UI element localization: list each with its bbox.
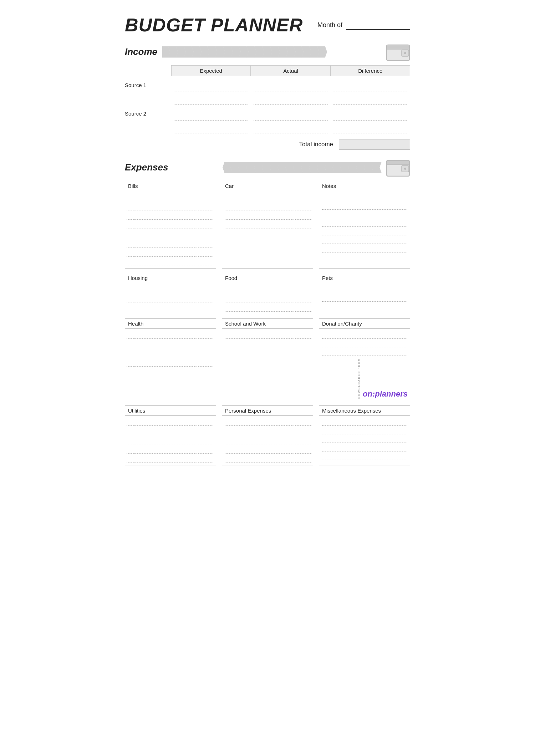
personal-expenses-title: Personal Expenses: [222, 406, 313, 416]
table-row: [322, 228, 407, 235]
table-row: [322, 348, 407, 356]
car-body: [222, 191, 313, 240]
utilities-card: Utilities: [125, 405, 216, 465]
table-row: [222, 454, 313, 464]
bills-title: Bills: [125, 181, 216, 191]
food-title: Food: [222, 273, 313, 283]
personal-expenses-body: [222, 416, 313, 465]
notes-body: [319, 191, 410, 263]
downloaded-from-text: Downloaded from: [357, 358, 361, 399]
svg-rect-5: [387, 160, 409, 165]
header: BUDGET PLANNER Month of: [125, 14, 410, 36]
table-row: [222, 202, 313, 211]
table-row: [125, 339, 216, 349]
table-row: [125, 220, 216, 230]
expenses-section-header: Expenses: [125, 158, 410, 177]
table-row: [222, 220, 313, 230]
personal-expenses-card: Personal Expenses: [222, 405, 313, 465]
donation-card: Donation/Charity Downloaded from on:plan…: [319, 318, 410, 401]
empty-header: [125, 65, 171, 76]
school-work-card: School and Work: [222, 318, 313, 401]
pets-title: Pets: [319, 273, 410, 283]
source1-expected-line2: [174, 95, 248, 105]
table-row: [222, 417, 313, 426]
table-row: [222, 294, 313, 303]
misc-expenses-body: [319, 416, 410, 462]
table-row: [322, 285, 407, 293]
car-card: Car: [222, 181, 313, 269]
source1-diff-line2: [333, 95, 407, 105]
table-row: [222, 426, 313, 436]
source1-group: Source 1: [125, 79, 410, 105]
source2-diff-line2: [333, 123, 407, 133]
month-of-section: Month of: [317, 20, 410, 30]
misc-expenses-title: Miscellaneous Expenses: [319, 406, 410, 416]
difference-header: Difference: [331, 65, 410, 76]
expected-header: Expected: [171, 65, 251, 76]
total-income-label: Total income: [299, 141, 333, 148]
table-row: [322, 245, 407, 252]
table-row: [125, 211, 216, 220]
table-row: [322, 435, 407, 443]
car-title: Car: [222, 181, 313, 191]
source2-row: Source 2: [125, 108, 410, 121]
total-income-box: [339, 139, 410, 150]
watermark-container: Downloaded from on:planners: [319, 357, 410, 399]
expenses-grid: Bills Car Notes: [125, 181, 410, 465]
month-input[interactable]: [346, 20, 410, 30]
source2-expected-line: [174, 111, 248, 121]
table-row: [222, 230, 313, 239]
table-row: [125, 202, 216, 211]
income-section-header: Income: [125, 42, 410, 62]
table-row: [125, 358, 216, 367]
table-row: [125, 417, 216, 426]
table-row: [222, 285, 313, 294]
table-row: [222, 193, 313, 202]
table-row: [322, 444, 407, 451]
source2-row2: [125, 121, 410, 133]
source1-diff-line: [333, 82, 407, 92]
onplanners-brand: on:planners: [363, 389, 408, 399]
month-of-label: Month of: [317, 21, 342, 29]
table-row: [125, 436, 216, 445]
donation-body: Downloaded from on:planners: [319, 329, 410, 401]
total-income-row: Total income: [125, 139, 410, 150]
table-row: [222, 303, 313, 312]
table-row: [222, 330, 313, 339]
table-row: [125, 239, 216, 248]
table-row: [125, 257, 216, 267]
income-columns: Expected Actual Difference: [125, 65, 410, 76]
table-row: [125, 330, 216, 339]
table-row: [125, 454, 216, 464]
health-card: Health: [125, 318, 216, 401]
housing-card: Housing: [125, 273, 216, 314]
actual-header: Actual: [251, 65, 330, 76]
table-row: [322, 202, 407, 210]
svg-rect-1: [387, 45, 409, 49]
table-row: [125, 193, 216, 202]
pets-card: Pets: [319, 273, 410, 314]
source1-expected-line: [174, 82, 248, 92]
source2-actual-line: [254, 111, 327, 121]
svg-point-3: [404, 52, 406, 54]
table-row: [322, 193, 407, 201]
source2-group: Source 2: [125, 108, 410, 133]
table-row: [125, 294, 216, 303]
income-chevrons: [162, 46, 382, 58]
food-body: [222, 283, 313, 314]
utilities-body: [125, 416, 216, 465]
health-title: Health: [125, 319, 216, 329]
health-body: [125, 329, 216, 369]
school-work-title: School and Work: [222, 319, 313, 329]
table-row: [322, 210, 407, 218]
table-row: [322, 331, 407, 339]
housing-title: Housing: [125, 273, 216, 283]
income-label: Income: [125, 45, 162, 59]
table-row: [125, 230, 216, 239]
source1-sublabel: [125, 92, 171, 105]
source2-label: Source 2: [125, 108, 171, 121]
table-row: [125, 285, 216, 294]
donation-title: Donation/Charity: [319, 319, 410, 329]
table-row: [322, 219, 407, 227]
table-row: [222, 436, 313, 445]
